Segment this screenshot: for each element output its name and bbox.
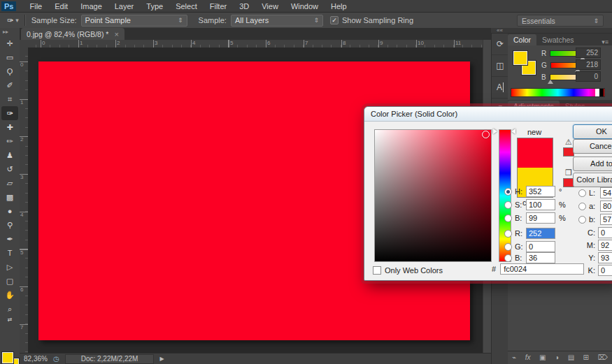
clone-stamp-tool[interactable]: ♟: [0, 148, 20, 162]
layer-group-icon[interactable]: ▤: [568, 354, 574, 361]
color-picker-ring[interactable]: [482, 131, 490, 138]
zoom-tool[interactable]: ⌕: [0, 302, 20, 316]
lab-b-input[interactable]: 57: [600, 214, 612, 225]
type-tool[interactable]: T: [0, 246, 20, 260]
brightness-radio[interactable]: [504, 214, 512, 222]
sample-value: All Layers: [235, 15, 269, 26]
tab-swatches[interactable]: Swatches: [536, 34, 580, 45]
saturation-radio[interactable]: [504, 201, 512, 209]
menu-type[interactable]: Type: [140, 2, 169, 10]
red-input[interactable]: 252: [526, 228, 555, 239]
menu-file[interactable]: File: [23, 2, 48, 10]
ok-button[interactable]: OK: [573, 124, 612, 139]
link-layers-icon[interactable]: ⌁: [512, 354, 516, 361]
close-tab-icon[interactable]: ×: [114, 30, 118, 38]
hue-input[interactable]: 352: [526, 186, 555, 197]
rectangle-tool[interactable]: ▢: [0, 274, 20, 288]
collapse-panels-button[interactable]: ««: [491, 28, 612, 34]
collapse-tools-icon[interactable]: ▸▸: [0, 28, 20, 36]
rectangular-marquee-tool[interactable]: ▭: [0, 50, 20, 64]
dialog-title-bar[interactable]: Color Picker (Solid Color): [364, 107, 612, 122]
properties-panel-button[interactable]: ◫: [492, 55, 508, 77]
hand-tool[interactable]: ✋: [0, 288, 20, 302]
delete-layer-icon[interactable]: ⌦: [598, 354, 608, 361]
black-swatch[interactable]: [599, 89, 604, 96]
adjustment-layer-icon[interactable]: ◑: [555, 354, 559, 361]
spot-healing-brush-tool[interactable]: ✚: [0, 120, 20, 134]
foreground-color-swatch[interactable]: [2, 352, 13, 363]
dodge-tool[interactable]: ⚲: [0, 218, 20, 232]
character-panel-button[interactable]: A: [492, 77, 508, 99]
red-value-field[interactable]: 252: [576, 48, 601, 58]
cancel-button[interactable]: Cancel: [573, 139, 612, 154]
blur-tool[interactable]: ●: [0, 204, 20, 218]
history-panel-button[interactable]: ⟳: [492, 34, 508, 55]
zoom-level-field[interactable]: 82,36%: [24, 355, 48, 363]
menu-3d[interactable]: 3D: [233, 2, 255, 10]
lab-l-radio[interactable]: [578, 189, 586, 197]
blue-value-field[interactable]: 0: [576, 71, 601, 82]
color-libraries-button[interactable]: Color Libraries: [573, 173, 612, 187]
crop-tool[interactable]: ⌗: [0, 92, 20, 106]
tab-color[interactable]: Color: [508, 34, 536, 45]
lab-a-input[interactable]: 80: [600, 201, 612, 212]
menu-window[interactable]: Window: [285, 2, 325, 10]
color-spectrum-ramp[interactable]: [511, 88, 605, 97]
new-layer-icon[interactable]: ⊞: [583, 354, 589, 361]
cyan-input[interactable]: 0: [598, 227, 612, 238]
layer-mask-icon[interactable]: ▣: [539, 354, 546, 361]
red-radio[interactable]: [504, 230, 512, 238]
lab-b-radio[interactable]: [578, 216, 586, 224]
workspace-switcher[interactable]: Essentials ⇕: [517, 15, 604, 27]
menu-filter[interactable]: Filter: [204, 2, 233, 10]
layer-effects-icon[interactable]: fx: [525, 354, 531, 361]
gradient-tool[interactable]: ▩: [0, 190, 20, 204]
status-menu-arrow-icon[interactable]: ▶: [159, 356, 164, 362]
pen-tool[interactable]: ✒: [0, 232, 20, 246]
saturation-input[interactable]: 100: [526, 199, 555, 210]
blue-input[interactable]: 36: [526, 252, 555, 263]
blue-radio[interactable]: [504, 254, 512, 262]
brush-tool[interactable]: ✏: [0, 134, 20, 148]
lab-l-input[interactable]: 54: [600, 187, 612, 198]
document-tab[interactable]: 0.jpg @ 82,4% (RGB/8) * ×: [21, 28, 124, 40]
status-bar: 82,36% ◷ Doc: 2,22M/2,22M ▶: [20, 353, 491, 364]
eyedropper-preset-icon[interactable]: ✑: [7, 16, 13, 25]
path-selection-tool[interactable]: ▷: [0, 260, 20, 274]
hue-radio[interactable]: [504, 188, 512, 196]
sample-dropdown[interactable]: All Layers ⇕: [231, 15, 323, 27]
swap-colors-icon[interactable]: ⇄: [0, 316, 20, 323]
brightness-input[interactable]: 99: [526, 212, 555, 224]
hue-slider-arrow-left[interactable]: [493, 129, 497, 134]
panel-menu-icon[interactable]: ▾≡: [602, 38, 612, 45]
menu-help[interactable]: Help: [325, 2, 353, 10]
sample-size-dropdown[interactable]: Point Sample ⇕: [81, 15, 187, 27]
move-tool[interactable]: ✛: [0, 36, 20, 50]
menu-edit[interactable]: Edit: [48, 2, 74, 10]
eraser-tool[interactable]: ▱: [0, 176, 20, 190]
hand-icon: ✋: [5, 291, 15, 300]
lab-a-radio[interactable]: [578, 203, 586, 210]
green-input[interactable]: 0: [526, 241, 555, 252]
add-to-swatches-button[interactable]: Add to Swatches: [573, 156, 612, 171]
menu-layer[interactable]: Layer: [108, 2, 141, 10]
green-radio[interactable]: [504, 243, 512, 251]
green-value-field[interactable]: 218: [576, 59, 601, 70]
menu-view[interactable]: View: [255, 2, 285, 10]
menu-image[interactable]: Image: [74, 2, 108, 10]
hex-input[interactable]: fc0024: [500, 263, 584, 275]
magenta-input[interactable]: 92: [598, 240, 612, 251]
only-web-colors-checkbox[interactable]: [373, 266, 381, 275]
eyedropper-tool[interactable]: ✑: [1, 106, 18, 120]
yellow-input[interactable]: 93: [598, 252, 612, 263]
history-brush-tool[interactable]: ↺: [0, 162, 20, 176]
panel-foreground-swatch[interactable]: [513, 51, 527, 65]
black-input[interactable]: 0: [598, 265, 612, 276]
quick-selection-tool[interactable]: ✐: [0, 78, 20, 92]
saturation-brightness-field[interactable]: [374, 129, 492, 262]
menu-select[interactable]: Select: [169, 2, 204, 10]
show-sampling-ring-checkbox[interactable]: ✓: [330, 16, 339, 24]
blue-slider-thumb[interactable]: [548, 80, 553, 84]
lasso-tool[interactable]: Ϙ: [0, 64, 20, 78]
preset-arrow-icon[interactable]: ▾: [15, 17, 19, 24]
